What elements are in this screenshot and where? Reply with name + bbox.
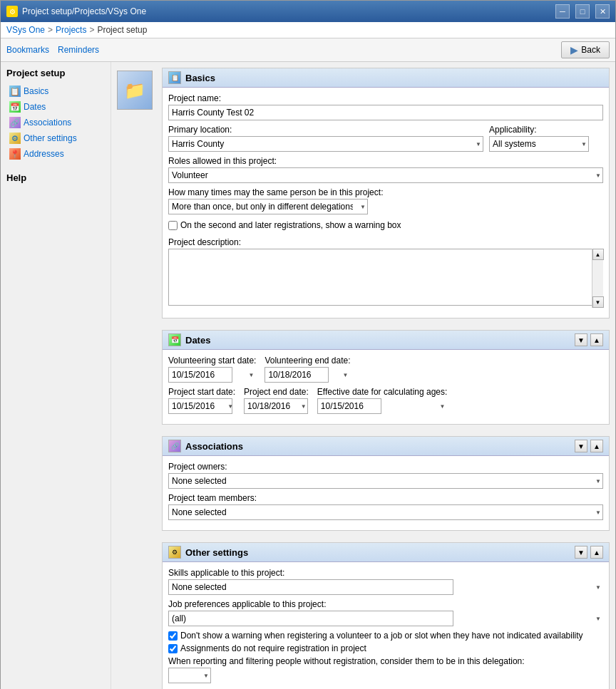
- job-prefs-select[interactable]: (all): [168, 611, 453, 626]
- description-textarea[interactable]: [168, 249, 603, 306]
- location-select[interactable]: Harris County: [168, 136, 483, 152]
- basics-section-title: Basics: [185, 73, 215, 83]
- assoc-wrapper: 🔗 Associations ▼ ▲ Project owners:: [117, 436, 610, 537]
- roles-select[interactable]: Volunteer: [168, 167, 603, 183]
- basics-wrapper: 📁 📋 Basics Project name:: [117, 68, 610, 324]
- basics-section-icon: 📋: [168, 71, 181, 84]
- eff-date-group: Effective date for calculating ages: ▼: [317, 387, 448, 414]
- minimize-button[interactable]: ─: [555, 4, 570, 19]
- owners-group: Project owners: None selected ▼: [168, 462, 603, 489]
- dont-show-warning-label: Don't show a warning when registering a …: [180, 631, 583, 641]
- proj-end-input[interactable]: [244, 398, 308, 414]
- breadcrumb: VSys One > Projects > Project setup: [1, 22, 615, 38]
- warning-box-checkbox[interactable]: [168, 221, 178, 230]
- sidebar-dates-label: Dates: [24, 102, 46, 112]
- vol-end-input[interactable]: [265, 367, 329, 383]
- assoc-scroll-up-btn[interactable]: ▲: [590, 440, 603, 452]
- how-many-group: How many times may the same person be in…: [168, 187, 603, 233]
- reporting-delegation-select[interactable]: [168, 668, 211, 683]
- toolbar-links: Bookmarks Reminders: [6, 45, 99, 55]
- how-many-select[interactable]: More than once, but only in different de…: [168, 199, 368, 214]
- sidebar-basics-label: Basics: [24, 86, 48, 96]
- project-name-input[interactable]: [168, 105, 603, 120]
- applicability-label: Applicability:: [489, 125, 603, 135]
- sidebar-item-basics[interactable]: 📋 Basics: [6, 84, 105, 98]
- basics-image-area: 📁: [117, 68, 156, 324]
- description-scrollbar: ▲ ▼: [592, 249, 603, 308]
- vol-end-group: Volunteering end date: ▼: [265, 356, 350, 383]
- main-window: ⚙ Project setup/Projects/VSys One ─ □ ✕ …: [0, 0, 616, 689]
- sidebar-item-associations[interactable]: 🔗 Associations: [6, 115, 105, 130]
- settings-section-title: Other settings: [185, 547, 248, 558]
- vol-start-group: Volunteering start date: ▼: [168, 356, 256, 383]
- breadcrumb-projects[interactable]: Projects: [56, 25, 86, 35]
- how-many-select-wrapper: More than once, but only in different de…: [168, 199, 368, 214]
- sidebar-item-addresses[interactable]: 📍 Addresses: [6, 147, 105, 161]
- team-select[interactable]: None selected: [168, 504, 603, 520]
- dates-content: Volunteering start date: ▼ Volunteering …: [163, 350, 609, 424]
- settings-header-left: ⚙ Other settings: [168, 546, 248, 559]
- close-button[interactable]: ✕: [595, 4, 610, 19]
- scroll-down-btn[interactable]: ▼: [592, 296, 604, 308]
- breadcrumb-vsysone[interactable]: VSys One: [6, 25, 45, 35]
- basics-header-left: 📋 Basics: [168, 71, 215, 84]
- sidebar-addr-label: Addresses: [24, 149, 64, 159]
- basics-image: 📁: [117, 71, 153, 110]
- dates-collapse-btn[interactable]: ▼: [575, 333, 587, 346]
- dates-section-title: Dates: [185, 335, 210, 346]
- vol-end-arrow: ▼: [343, 372, 349, 378]
- assignments-label: Assignments do not require registration …: [180, 643, 366, 653]
- settings-image-area: [117, 542, 156, 689]
- roles-select-wrapper: Volunteer ▼: [168, 167, 603, 183]
- project-name-label: Project name:: [168, 93, 603, 103]
- reminders-link[interactable]: Reminders: [58, 45, 99, 55]
- skills-select-wrapper: None selected ▼: [168, 579, 603, 595]
- project-name-group: Project name:: [168, 93, 603, 120]
- owners-label: Project owners:: [168, 462, 603, 472]
- sidebar-item-dates[interactable]: 📅 Dates: [6, 100, 105, 114]
- location-col: Primary location: Harris County ▼: [168, 125, 483, 152]
- skills-select[interactable]: None selected: [168, 579, 453, 595]
- sidebar-help: Help: [6, 172, 105, 183]
- sidebar-item-other-settings[interactable]: ⚙ Other settings: [6, 131, 105, 145]
- settings-section-icon: ⚙: [168, 546, 181, 559]
- settings-section: ⚙ Other settings ▼ ▲ Skills applicable t…: [162, 542, 610, 689]
- description-label: Project description:: [168, 237, 603, 247]
- applicability-select[interactable]: All systems: [489, 136, 589, 152]
- assignments-checkbox[interactable]: [168, 644, 178, 653]
- maximize-button[interactable]: □: [575, 4, 590, 19]
- proj-start-input[interactable]: [168, 398, 232, 414]
- basics-content: Project name: Primary location: Harris C…: [163, 88, 609, 318]
- proj-start-group: Project start date: ▼: [168, 387, 235, 414]
- assoc-collapse-btn[interactable]: ▼: [575, 440, 587, 452]
- scroll-up-btn[interactable]: ▲: [592, 249, 604, 260]
- dont-show-warning-checkbox[interactable]: [168, 631, 178, 641]
- how-many-label: How many times may the same person be in…: [168, 187, 603, 197]
- team-group: Project team members: None selected ▼: [168, 493, 603, 520]
- settings-collapse-btn[interactable]: ▼: [575, 546, 587, 559]
- owners-select-wrapper: None selected ▼: [168, 473, 603, 489]
- eff-date-arrow: ▼: [439, 403, 445, 410]
- bookmarks-link[interactable]: Bookmarks: [6, 45, 49, 55]
- team-label: Project team members:: [168, 493, 603, 503]
- assoc-header-left: 🔗 Associations: [168, 440, 243, 452]
- title-bar: ⚙ Project setup/Projects/VSys One ─ □ ✕: [1, 1, 615, 22]
- dates-section-icon: 📅: [168, 333, 181, 346]
- proj-dates-row: Project start date: ▼ Project end date:: [168, 387, 603, 414]
- breadcrumb-current: Project setup: [97, 25, 147, 35]
- dates-wrapper: 📅 Dates ▼ ▲ Volunteering start date:: [117, 330, 610, 430]
- window-title: Project setup/Projects/VSys One: [22, 6, 550, 16]
- assoc-image-area: [117, 436, 156, 537]
- settings-scroll-up-btn[interactable]: ▲: [590, 546, 603, 559]
- dates-scroll-up-btn[interactable]: ▲: [590, 333, 603, 346]
- eff-date-input[interactable]: [317, 398, 381, 414]
- owners-select[interactable]: None selected: [168, 473, 603, 489]
- settings-header: ⚙ Other settings ▼ ▲: [163, 543, 609, 562]
- vol-start-wrapper: ▼: [168, 367, 256, 383]
- assoc-icon: 🔗: [9, 117, 21, 128]
- back-button[interactable]: ▶ Back: [561, 41, 610, 58]
- skills-group: Skills applicable to this project: None …: [168, 568, 603, 595]
- dont-show-warning-row: Don't show a warning when registering a …: [168, 631, 603, 641]
- vol-start-input[interactable]: [168, 367, 232, 383]
- warning-box-label: On the second and later registrations, s…: [180, 220, 401, 230]
